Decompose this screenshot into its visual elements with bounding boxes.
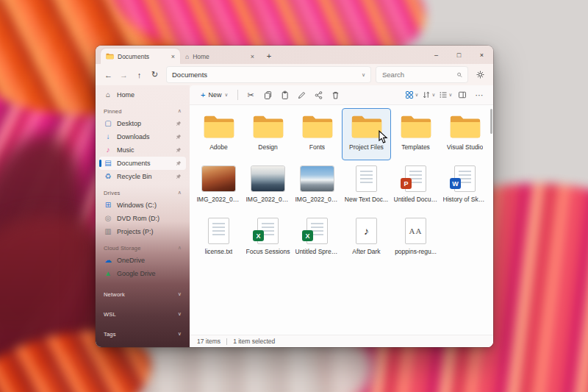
paste-icon [280,90,290,100]
folder-item[interactable]: Visual Studio [440,108,490,160]
sidebar-item-projects-p[interactable]: ▥ Projects (P:) [99,225,186,238]
tab-documents[interactable]: Documents × [101,49,180,64]
share-icon [314,90,323,100]
file-name: IMG_2022_06... [197,196,241,203]
preview-pane-button[interactable] [454,88,470,102]
photo-thumbnail [251,166,284,191]
sidebar-item-google-drive[interactable]: ▲ Google Drive [99,267,186,280]
pin-icon [176,121,182,126]
tab-home[interactable]: ⌂ Home × [180,49,259,64]
sidebar-section-tags[interactable]: Tags ∨ [99,328,186,340]
excel-file-item[interactable]: X Focus Sessions [243,213,293,265]
mouse-cursor [379,130,388,147]
sidebar-item-music[interactable]: ♪ Music [99,143,186,157]
text-document-icon [208,218,229,244]
folder-item[interactable]: Fonts [293,108,342,160]
sidebar-item-downloads[interactable]: ↓ Downloads [99,130,186,143]
powerpoint-file-item[interactable]: P Untitled Docum... [391,160,440,213]
layout-grid-icon [405,90,414,99]
sidebar-item-documents[interactable]: ▤ Documents [99,157,186,170]
chevron-down-icon[interactable]: ∨ [362,72,365,78]
sidebar-section-network[interactable]: Network ∨ [99,288,186,300]
sidebar-item-label: Documents [117,160,151,167]
sidebar-item-windows-c[interactable]: ⊞ Windows (C:) [99,199,186,212]
layout-button[interactable]: ∨ [404,88,420,102]
refresh-button[interactable]: ↻ [148,68,162,82]
tab-close-icon[interactable]: × [251,53,254,60]
folder-icon [351,114,383,140]
view-button[interactable]: ∨ [437,88,453,102]
close-button[interactable]: × [470,46,493,64]
file-name: Focus Sessions [246,248,290,255]
sort-icon [422,90,431,99]
forward-button[interactable]: → [117,68,131,82]
folder-item[interactable]: Adobe [194,108,243,160]
desktop-icon: ▢ [104,120,112,127]
sidebar-section-pinned[interactable]: Pinned ∧ [99,105,186,117]
copy-button[interactable] [259,88,276,102]
more-button[interactable]: ⋯ [471,88,487,102]
share-button[interactable] [310,88,326,102]
sidebar-section-wsl[interactable]: WSL ∨ [99,308,186,320]
window-body: ⌂ Home Pinned ∧ ▢ Desktop ↓ Downloads [96,85,493,347]
search-input[interactable] [381,70,456,79]
sidebar-item-onedrive[interactable]: ☁ OneDrive [99,254,186,267]
file-name: Adobe [209,143,228,151]
rename-button[interactable] [293,88,309,102]
section-label: Drives [104,190,120,196]
sidebar-item-home-footer[interactable]: ⌂ Home [99,346,186,347]
sidebar-item-dvd-d[interactable]: ◎ DVD Rom (D:) [99,212,186,225]
text-file-item[interactable]: New Text Doc... [342,160,391,213]
new-button[interactable]: + New ∨ [196,88,233,102]
scrollbar-thumb[interactable] [490,109,492,134]
sidebar-item-home[interactable]: ⌂ Home [99,88,186,101]
excel-document-icon: X [257,218,279,244]
photo-thumbnail [202,166,235,191]
folder-item[interactable]: Design [243,108,293,160]
sidebar-section-cloud-storage[interactable]: Cloud Storage ∧ [99,242,186,254]
up-button[interactable]: ↑ [132,68,146,82]
file-name: Untitled Spreads... [295,248,340,255]
word-file-item[interactable]: W History of Skate... [440,160,490,213]
home-icon: ⌂ [104,91,112,99]
copy-icon [263,90,273,100]
pin-icon [176,147,182,153]
section-label: Cloud Storage [104,245,141,252]
image-file-item[interactable]: IMG_2022_06... [194,160,243,213]
sidebar-item-recycle-bin[interactable]: ♻ Recycle Bin [99,170,186,183]
sort-button[interactable]: ∨ [420,88,437,102]
pin-icon [176,134,182,140]
file-name: New Text Doc... [345,196,388,203]
font-sample-text: AA [409,227,423,235]
folder-icon [400,114,432,140]
file-name: Templates [401,143,430,151]
font-file-item[interactable]: AA poppins-regu... [391,213,440,265]
maximize-button[interactable]: □ [448,46,470,64]
new-tab-button[interactable]: + [262,49,276,63]
settings-button[interactable] [473,68,487,82]
file-explorer-window: Documents × ⌂ Home × + – □ × ← → ↑ ↻ Doc… [96,46,493,347]
new-button-label: New [208,91,221,99]
sidebar-item-desktop[interactable]: ▢ Desktop [99,117,186,130]
command-bar: + New ∨ ✂ [190,85,493,105]
sidebar-dark-zone: Network ∨ WSL ∨ Tags ∨ ⌂ Home [99,288,186,347]
downloads-icon: ↓ [104,133,112,140]
minimize-button[interactable]: – [425,46,448,64]
search-box[interactable] [376,66,468,83]
text-file-item[interactable]: license.txt [194,213,243,265]
address-bar[interactable]: Documents ∨ [166,66,371,83]
sidebar-section-drives[interactable]: Drives ∧ [99,187,186,199]
window-controls: – □ × [425,46,493,64]
back-button[interactable]: ← [101,68,115,82]
excel-file-item[interactable]: X Untitled Spreads... [293,213,342,265]
tab-close-icon[interactable]: × [171,53,175,60]
cut-button[interactable]: ✂ [243,88,259,102]
paste-button[interactable] [276,88,293,102]
navigation-bar: ← → ↑ ↻ Documents ∨ [96,64,493,85]
delete-button[interactable] [327,88,343,102]
image-file-item[interactable]: IMG_2022_06... [293,160,342,213]
image-file-item[interactable]: IMG_2022_06... [243,160,293,213]
item-count: 17 items [197,338,220,345]
audio-file-item[interactable]: ♪ After Dark [342,213,391,265]
folder-item[interactable]: Templates [391,108,440,160]
